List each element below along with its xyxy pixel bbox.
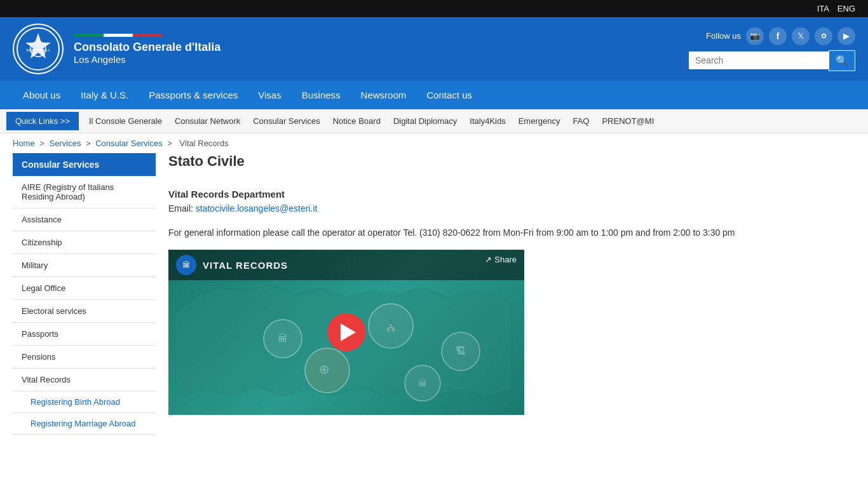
play-button[interactable] [327, 313, 365, 351]
twitter-icon[interactable]: 𝕏 [792, 27, 810, 45]
search-button[interactable]: 🔍 [829, 50, 855, 71]
logo-emblem: REPVBBLICA [16, 27, 60, 71]
sidebar-item-vital-records[interactable]: Vital Records [13, 369, 156, 391]
desc-text: For general information please call the … [168, 226, 855, 240]
breadcrumb: Home > Services > Consular Services > Vi… [0, 133, 868, 153]
sidebar-item-citizenship[interactable]: Citizenship [13, 231, 156, 254]
main-content: Stato Civile Vital Records Department Em… [168, 153, 855, 415]
nav-business[interactable]: Business [292, 81, 351, 109]
sidebar-title[interactable]: Consular Services [13, 153, 156, 176]
top-bar: ITA ENG [0, 0, 868, 17]
breadcrumb-sep1: > [39, 139, 46, 148]
breadcrumb-vital-records: Vital Records [180, 139, 229, 148]
header-left: REPVBBLICA Consolato Generale d'Italia L… [13, 24, 220, 74]
lang-eng[interactable]: ENG [837, 4, 855, 13]
sidebar-item-pensions[interactable]: Pensions [13, 346, 156, 369]
breadcrumb-consular-services[interactable]: Consular Services [95, 139, 163, 148]
video-title-bar: 🏛 VITAL RECORDS [168, 250, 524, 280]
consulate-name: Consolato Generale d'Italia [74, 41, 220, 54]
ql-consular-services[interactable]: Consular Services [247, 112, 327, 130]
follow-label: Follow us [706, 31, 741, 41]
youtube-icon[interactable]: ▶ [837, 27, 855, 45]
sidebar: Consular Services AIRE (Registry of Ital… [13, 153, 156, 435]
breadcrumb-services[interactable]: Services [50, 139, 81, 148]
flag-green [74, 34, 104, 37]
svg-text:🏛: 🏛 [418, 378, 427, 388]
dept-name: Vital Records Department [168, 189, 285, 200]
main-nav: About us Italy & U.S. Passports & servic… [0, 81, 868, 109]
svg-text:⛪: ⛪ [384, 320, 397, 332]
quick-links-bar: Quick Links >> Il Console Generale Consu… [0, 109, 868, 133]
ql-notice-board[interactable]: Notice Board [327, 112, 387, 130]
sidebar-item-aire[interactable]: AIRE (Registry of Italians Residing Abro… [13, 176, 156, 208]
svg-text:REPVBBLICA: REPVBBLICA [26, 48, 50, 52]
sidebar-item-electoral[interactable]: Electoral services [13, 300, 156, 323]
lang-ita[interactable]: ITA [817, 4, 829, 13]
dept-info: Vital Records Department Email: statociv… [168, 189, 855, 215]
email-label: Email: [168, 203, 193, 214]
svg-text:⊕: ⊕ [319, 362, 330, 376]
flag-bar [74, 34, 163, 37]
header-right: Follow us 📷 f 𝕏 ✿ ▶ 🔍 [689, 27, 855, 71]
sidebar-item-military[interactable]: Military [13, 254, 156, 277]
sidebar-item-legal-office[interactable]: Legal Office [13, 277, 156, 300]
flag-red [133, 34, 163, 37]
search-bar: 🔍 [689, 50, 855, 71]
share-label: Share [494, 255, 517, 264]
breadcrumb-sep3: > [167, 139, 174, 148]
consulate-city: Los Angeles [74, 54, 220, 65]
quick-links-button[interactable]: Quick Links >> [6, 112, 79, 130]
nav-visas[interactable]: Visas [248, 81, 291, 109]
logo: REPVBBLICA [13, 24, 64, 74]
breadcrumb-sep2: > [86, 139, 93, 148]
svg-text:🏛: 🏛 [278, 333, 288, 344]
video-container[interactable]: ⊕ 🏛 ⛪ 🏗 🏛 🏛 VITAL RECORDS ↗ Share [168, 250, 524, 415]
ql-italy4kids[interactable]: Italy4Kids [463, 112, 512, 130]
video-title: VITAL RECORDS [203, 260, 288, 271]
ql-emergency[interactable]: Emergency [512, 112, 567, 130]
ql-faq[interactable]: FAQ [566, 112, 595, 130]
flickr-icon[interactable]: ✿ [815, 27, 832, 45]
svg-text:🏗: 🏗 [456, 346, 466, 356]
sidebar-sub-registering-marriage[interactable]: Registering Marriage Abroad [13, 413, 156, 435]
ql-il-console[interactable]: Il Console Generale [83, 112, 168, 130]
ql-digital-diplomacy[interactable]: Digital Diplomacy [387, 112, 463, 130]
video-share-button[interactable]: ↗ Share [485, 255, 517, 264]
header-title: Consolato Generale d'Italia Los Angeles [74, 34, 220, 65]
svg-marker-1 [25, 33, 51, 58]
breadcrumb-home[interactable]: Home [13, 139, 35, 148]
page-title: Stato Civile [168, 153, 855, 176]
dept-email[interactable]: statocivile.losangeles@esteri.it [196, 203, 318, 214]
ql-consular-network[interactable]: Consular Network [168, 112, 247, 130]
sidebar-sub-registering-birth[interactable]: Registering Birth Abroad [13, 391, 156, 413]
sidebar-item-assistance[interactable]: Assistance [13, 208, 156, 231]
nav-newsroom[interactable]: Newsroom [351, 81, 417, 109]
nav-about-us[interactable]: About us [13, 81, 71, 109]
facebook-icon[interactable]: f [769, 27, 787, 45]
video-logo-icon: 🏛 [176, 255, 196, 275]
instagram-icon[interactable]: 📷 [746, 27, 764, 45]
share-icon: ↗ [485, 255, 492, 264]
search-input[interactable] [689, 51, 829, 69]
nav-passports[interactable]: Passports & services [139, 81, 248, 109]
nav-contact-us[interactable]: Contact us [416, 81, 482, 109]
nav-italy-us[interactable]: Italy & U.S. [71, 81, 139, 109]
follow-us: Follow us 📷 f 𝕏 ✿ ▶ [706, 27, 855, 45]
header: REPVBBLICA Consolato Generale d'Italia L… [0, 17, 868, 81]
ql-prenotami[interactable]: PRENOT@MI [595, 112, 660, 130]
main-layout: Consular Services AIRE (Registry of Ital… [0, 153, 868, 447]
flag-white [104, 34, 133, 37]
sidebar-item-passports[interactable]: Passports [13, 323, 156, 346]
